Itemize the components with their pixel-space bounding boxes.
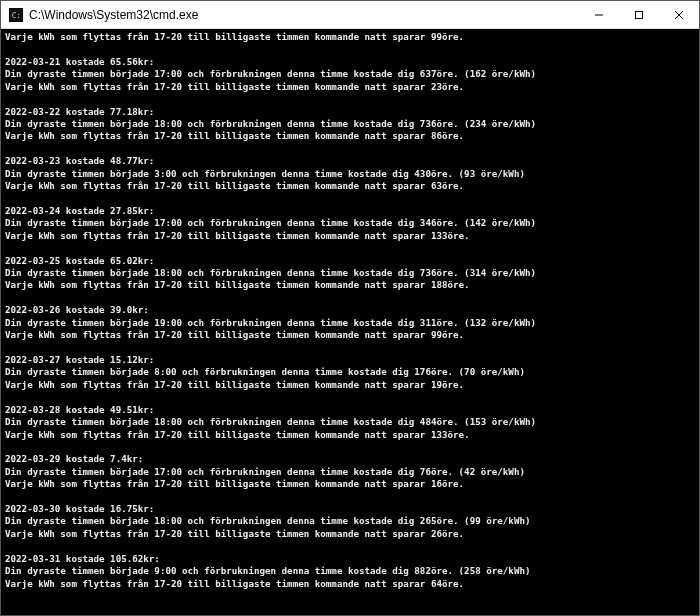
- cmd-window: C: C:\Windows\System32\cmd.exe Varje kWh…: [0, 0, 700, 616]
- console-line: Din dyraste timmen började 17:00 och för…: [5, 466, 695, 478]
- svg-rect-4: [636, 11, 643, 18]
- console-line: Varje kWh som flyttas från 17-20 till bi…: [5, 379, 695, 391]
- console-line: Din dyraste timmen började 18:00 och för…: [5, 118, 695, 130]
- console-line: [5, 342, 695, 354]
- console-line: Varje kWh som flyttas från 17-20 till bi…: [5, 578, 695, 590]
- console-line: [5, 292, 695, 304]
- console-line: Varje kWh som flyttas från 17-20 till bi…: [5, 130, 695, 142]
- console-line: Varje kWh som flyttas från 17-20 till bi…: [5, 329, 695, 341]
- close-button[interactable]: [659, 1, 699, 28]
- console-line: 2022-03-22 kostade 77.18kr:: [5, 106, 695, 118]
- maximize-button[interactable]: [619, 1, 659, 28]
- titlebar[interactable]: C: C:\Windows\System32\cmd.exe: [1, 1, 699, 29]
- console-line: Varje kWh som flyttas från 17-20 till bi…: [5, 279, 695, 291]
- svg-text:C:: C:: [12, 10, 21, 19]
- window-controls: [579, 1, 699, 28]
- console-line: Varje kWh som flyttas från 17-20 till bi…: [5, 180, 695, 192]
- console-line: Din dyraste timmen började 3:00 och förb…: [5, 168, 695, 180]
- console-line: [5, 540, 695, 552]
- console-line: Din dyraste timmen började 17:00 och för…: [5, 217, 695, 229]
- console-output[interactable]: Varje kWh som flyttas från 17-20 till bi…: [1, 29, 699, 615]
- console-line: Varje kWh som flyttas från 17-20 till bi…: [5, 230, 695, 242]
- console-line: [5, 192, 695, 204]
- console-line: [5, 43, 695, 55]
- console-line: Din dyraste timmen började 18:00 och för…: [5, 267, 695, 279]
- console-line: 2022-03-26 kostade 39.0kr:: [5, 304, 695, 316]
- console-line: Din dyraste timmen började 17:00 och för…: [5, 68, 695, 80]
- minimize-button[interactable]: [579, 1, 619, 28]
- console-line: Din dyraste timmen började 8:00 och förb…: [5, 366, 695, 378]
- console-line: [5, 143, 695, 155]
- console-line: 2022-03-24 kostade 27.85kr:: [5, 205, 695, 217]
- console-line: 2022-03-25 kostade 65.02kr:: [5, 255, 695, 267]
- console-line: 2022-03-21 kostade 65.56kr:: [5, 56, 695, 68]
- console-line: Din dyraste timmen började 9:00 och förb…: [5, 565, 695, 577]
- console-line: 2022-03-30 kostade 16.75kr:: [5, 503, 695, 515]
- svg-line-6: [675, 11, 683, 19]
- console-line: 2022-03-27 kostade 15.12kr:: [5, 354, 695, 366]
- console-line: 2022-03-28 kostade 49.51kr:: [5, 404, 695, 416]
- console-line: [5, 391, 695, 403]
- console-line: [5, 93, 695, 105]
- window-title: C:\Windows\System32\cmd.exe: [29, 8, 579, 22]
- console-line: 2022-03-29 kostade 7.4kr:: [5, 453, 695, 465]
- console-line: 2022-03-31 kostade 105.62kr:: [5, 553, 695, 565]
- console-line: Varje kWh som flyttas från 17-20 till bi…: [5, 81, 695, 93]
- console-line: Varje kWh som flyttas från 17-20 till bi…: [5, 478, 695, 490]
- svg-line-5: [675, 11, 683, 19]
- cmd-icon: C:: [9, 8, 23, 22]
- console-line: [5, 242, 695, 254]
- console-line: [5, 590, 695, 602]
- console-line: Varje kWh som flyttas från 17-20 till bi…: [5, 429, 695, 441]
- console-line: 2022-03-23 kostade 48.77kr:: [5, 155, 695, 167]
- console-line: Din dyraste timmen började 18:00 och för…: [5, 515, 695, 527]
- console-line: [5, 441, 695, 453]
- console-line: Din dyraste timmen började 19:00 och för…: [5, 317, 695, 329]
- console-line: Varje kWh som flyttas från 17-20 till bi…: [5, 528, 695, 540]
- console-line: Din dyraste timmen började 18:00 och för…: [5, 416, 695, 428]
- console-line: Varje kWh som flyttas från 17-20 till bi…: [5, 31, 695, 43]
- console-line: [5, 491, 695, 503]
- console-line: [5, 602, 695, 614]
